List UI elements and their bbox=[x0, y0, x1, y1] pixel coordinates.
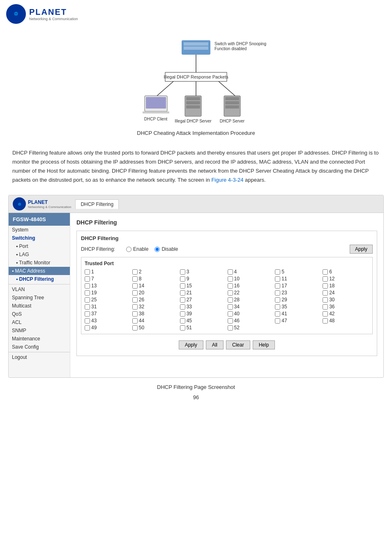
port-item-32: 32 bbox=[132, 304, 179, 310]
sidebar-item-dhcp-filtering[interactable]: ▪ DHCP Filtering bbox=[9, 275, 70, 283]
disable-radio[interactable] bbox=[154, 247, 160, 252]
sidebar-item-spanning-tree[interactable]: Spanning Tree bbox=[9, 294, 70, 302]
port-checkbox-31[interactable] bbox=[85, 304, 90, 310]
port-checkbox-46[interactable] bbox=[228, 318, 233, 324]
port-checkbox-52[interactable] bbox=[228, 325, 233, 331]
port-checkbox-36[interactable] bbox=[323, 304, 328, 310]
port-checkbox-21[interactable] bbox=[180, 290, 185, 296]
port-checkbox-10[interactable] bbox=[228, 276, 233, 282]
port-checkbox-33[interactable] bbox=[180, 304, 185, 310]
port-item-1: 1 bbox=[85, 269, 131, 275]
port-checkbox-45[interactable] bbox=[180, 318, 185, 324]
port-label-43: 43 bbox=[91, 318, 97, 324]
port-checkbox-32[interactable] bbox=[132, 304, 138, 310]
port-item-24: 24 bbox=[323, 290, 369, 296]
content-title: DHCP Filtering bbox=[76, 219, 377, 226]
sidebar-item-mac-address[interactable]: ▪ MAC Address bbox=[9, 267, 70, 275]
panel-logo: 🌐 PLANET Networking & Communication bbox=[13, 197, 71, 210]
enable-radio[interactable] bbox=[126, 247, 131, 252]
sidebar-item-multicast[interactable]: Multicast bbox=[9, 302, 70, 310]
port-checkbox-15[interactable] bbox=[180, 283, 185, 289]
port-checkbox-47[interactable] bbox=[275, 318, 280, 324]
port-item-43: 43 bbox=[85, 318, 131, 324]
port-checkbox-29[interactable] bbox=[275, 297, 280, 303]
main-layout: FGSW-4840S System Switching ▪ Port ▪ LAG… bbox=[9, 213, 383, 377]
port-checkbox-28[interactable] bbox=[228, 297, 233, 303]
dhcp-filtering-label: DHCP Filtering: bbox=[81, 246, 122, 252]
port-item-19: 19 bbox=[85, 290, 131, 296]
port-checkbox-14[interactable] bbox=[132, 283, 138, 289]
port-checkbox-48[interactable] bbox=[323, 318, 328, 324]
sidebar-item-qos[interactable]: QoS bbox=[9, 310, 70, 318]
port-checkbox-13[interactable] bbox=[85, 283, 90, 289]
port-checkbox-23[interactable] bbox=[275, 290, 280, 296]
port-checkbox-11[interactable] bbox=[275, 276, 280, 282]
port-item-42: 42 bbox=[323, 311, 369, 317]
sidebar-item-maintenance[interactable]: Maintenance bbox=[9, 335, 70, 343]
port-checkbox-20[interactable] bbox=[132, 290, 138, 296]
enable-radio-label[interactable]: Enable bbox=[126, 246, 148, 252]
port-label-45: 45 bbox=[187, 318, 192, 324]
port-checkbox-42[interactable] bbox=[323, 311, 328, 317]
sidebar-item-traffic-monitor[interactable]: ▪ Traffic Monitor bbox=[9, 259, 70, 267]
port-item-4: 4 bbox=[228, 269, 274, 275]
port-checkbox-38[interactable] bbox=[132, 311, 138, 317]
port-checkbox-5[interactable] bbox=[275, 269, 280, 275]
sidebar-item-snmp[interactable]: SNMP bbox=[9, 326, 70, 335]
port-checkbox-37[interactable] bbox=[85, 311, 90, 317]
port-checkbox-17[interactable] bbox=[275, 283, 280, 289]
sidebar-item-port[interactable]: ▪ Port bbox=[9, 242, 70, 250]
dhcp-filtering-row: DHCP Filtering: Enable Disable Apply bbox=[81, 245, 373, 254]
port-checkbox-24[interactable] bbox=[323, 290, 328, 296]
port-checkbox-16[interactable] bbox=[228, 283, 233, 289]
sidebar-item-system[interactable]: System bbox=[9, 226, 70, 234]
port-checkbox-4[interactable] bbox=[228, 269, 233, 275]
disable-radio-label[interactable]: Disable bbox=[154, 246, 178, 252]
port-label-25: 25 bbox=[91, 297, 97, 303]
help-button[interactable]: Help bbox=[253, 340, 275, 349]
apply-button[interactable]: Apply bbox=[179, 340, 203, 349]
svg-rect-1 bbox=[184, 42, 208, 46]
port-checkbox-39[interactable] bbox=[180, 311, 185, 317]
port-checkbox-25[interactable] bbox=[85, 297, 90, 303]
port-checkbox-22[interactable] bbox=[228, 290, 233, 296]
sidebar-item-acl[interactable]: ACL bbox=[9, 318, 70, 326]
port-checkbox-34[interactable] bbox=[228, 304, 233, 310]
clear-button[interactable]: Clear bbox=[226, 340, 250, 349]
svg-text:Illegal DHCP Server: Illegal DHCP Server bbox=[175, 119, 212, 123]
port-checkbox-49[interactable] bbox=[85, 325, 90, 331]
port-checkbox-19[interactable] bbox=[85, 290, 90, 296]
sidebar-item-lag[interactable]: ▪ LAG bbox=[9, 250, 70, 259]
figure-link[interactable]: Figure 4-3-24 bbox=[211, 177, 243, 183]
port-checkbox-18[interactable] bbox=[323, 283, 328, 289]
port-checkbox-40[interactable] bbox=[228, 311, 233, 317]
port-checkbox-1[interactable] bbox=[85, 269, 90, 275]
port-checkbox-12[interactable] bbox=[323, 276, 328, 282]
svg-rect-23 bbox=[225, 105, 239, 109]
port-checkbox-50[interactable] bbox=[132, 325, 138, 331]
sidebar-item-vlan[interactable]: VLAN bbox=[9, 285, 70, 294]
port-checkbox-44[interactable] bbox=[132, 318, 138, 324]
port-checkbox-9[interactable] bbox=[180, 276, 185, 282]
port-checkbox-3[interactable] bbox=[180, 269, 185, 275]
port-checkbox-8[interactable] bbox=[132, 276, 138, 282]
port-checkbox-2[interactable] bbox=[132, 269, 138, 275]
apply-button-top[interactable]: Apply bbox=[350, 245, 373, 254]
all-button[interactable]: All bbox=[206, 340, 224, 349]
port-checkbox-6[interactable] bbox=[323, 269, 328, 275]
svg-rect-16 bbox=[186, 97, 200, 100]
dhcp-filtering-tab[interactable]: DHCP Filtering bbox=[75, 199, 119, 209]
port-checkbox-26[interactable] bbox=[132, 297, 138, 303]
port-checkbox-7[interactable] bbox=[85, 276, 90, 282]
sidebar-item-switching[interactable]: Switching bbox=[9, 234, 70, 242]
port-item-26: 26 bbox=[132, 297, 179, 303]
port-checkbox-30[interactable] bbox=[323, 297, 328, 303]
sidebar-item-logout[interactable]: Logout bbox=[9, 353, 70, 361]
sidebar-item-save-config[interactable]: Save Config bbox=[9, 343, 70, 351]
port-checkbox-35[interactable] bbox=[275, 304, 280, 310]
port-item-50: 50 bbox=[132, 325, 179, 331]
port-checkbox-41[interactable] bbox=[275, 311, 280, 317]
port-checkbox-43[interactable] bbox=[85, 318, 90, 324]
port-checkbox-51[interactable] bbox=[180, 325, 185, 331]
port-checkbox-27[interactable] bbox=[180, 297, 185, 303]
